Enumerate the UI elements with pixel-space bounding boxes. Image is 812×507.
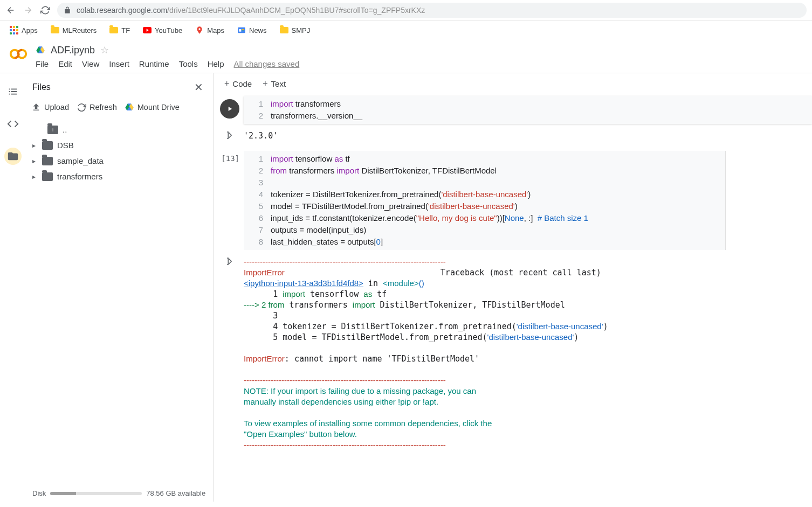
folder-icon	[280, 27, 288, 33]
files-title: Files	[32, 82, 51, 92]
left-rail	[0, 73, 26, 502]
add-code-button[interactable]: +Code	[224, 79, 252, 88]
menu-view[interactable]: View	[82, 59, 99, 68]
execution-count: [13]	[214, 151, 244, 250]
url-host: colab.research.google.com	[77, 6, 167, 15]
menu-bar: File Edit View Insert Runtime Tools Help…	[36, 59, 299, 68]
files-button[interactable]	[4, 148, 22, 165]
code-snippets-button[interactable]	[4, 115, 22, 133]
chevron-right-icon: ▸	[32, 173, 38, 180]
bookmark-tf[interactable]: TF	[105, 24, 134, 37]
browser-nav-bar: colab.research.google.com/drive/1Bct9leu…	[0, 0, 812, 20]
forward-button[interactable]	[23, 5, 33, 15]
news-icon	[237, 26, 246, 34]
address-bar[interactable]: colab.research.google.com/drive/1Bct9leu…	[57, 3, 807, 18]
close-panel-button[interactable]: ✕	[194, 81, 203, 94]
notebook-name[interactable]: ADF.ipynb	[51, 45, 95, 56]
chevron-right-icon: ▸	[32, 157, 38, 165]
toc-button[interactable]	[4, 83, 22, 100]
cell-2-output: ----------------------------------------…	[214, 252, 812, 450]
url-path: /drive/1Bct9leuFKJLDQaAnhDCM_EpOQN5h1BU7…	[167, 6, 425, 15]
disk-progress	[50, 492, 142, 495]
folder-icon	[42, 172, 53, 181]
file-tree: ↑.. ▸DSB ▸sample_data ▸transformers	[26, 120, 213, 184]
add-text-button[interactable]: +Text	[263, 79, 286, 88]
run-button[interactable]	[220, 99, 239, 119]
apps-icon	[10, 26, 18, 34]
chevron-right-icon: ▸	[32, 142, 38, 149]
tree-up[interactable]: ↑..	[30, 122, 209, 137]
bookmark-smpj[interactable]: SMPJ	[276, 24, 315, 37]
svg-rect-5	[242, 31, 244, 31]
disk-usage: Disk 78.56 GB available	[32, 489, 207, 497]
main-area: Files ✕ Upload Refresh Mount Drive ↑.. ▸…	[0, 73, 812, 502]
menu-help[interactable]: Help	[208, 59, 224, 68]
upload-button[interactable]: Upload	[31, 102, 69, 112]
notebook-area: +Code +Text 1import transformers2transfo…	[214, 73, 812, 502]
youtube-icon	[143, 26, 152, 34]
code-editor[interactable]: 1import transformers2transformers.__vers…	[244, 96, 812, 124]
tree-folder-sampledata[interactable]: ▸sample_data	[30, 153, 209, 169]
menu-edit[interactable]: Edit	[58, 59, 72, 68]
code-cell-1[interactable]: 1import transformers2transformers.__vers…	[214, 96, 812, 124]
code-editor[interactable]: 1import tensorflow as tf2from transforme…	[244, 151, 726, 250]
lock-icon	[64, 6, 71, 14]
mount-drive-button[interactable]: Mount Drive	[125, 102, 180, 112]
bookmark-mlreuters[interactable]: MLReuters	[46, 24, 101, 37]
folder-up-icon: ↑	[47, 126, 58, 134]
output-icon[interactable]	[225, 256, 235, 266]
output-icon[interactable]	[225, 130, 235, 140]
folder-icon	[42, 141, 53, 150]
bookmark-news[interactable]: News	[233, 24, 271, 37]
refresh-button[interactable]: Refresh	[77, 102, 117, 112]
files-panel: Files ✕ Upload Refresh Mount Drive ↑.. ▸…	[26, 73, 214, 502]
maps-icon	[195, 26, 204, 34]
folder-icon	[109, 27, 118, 33]
folder-icon	[42, 157, 53, 165]
svg-rect-4	[242, 29, 244, 30]
cell-toolbar: +Code +Text	[214, 73, 812, 94]
save-status: All changes saved	[234, 59, 300, 68]
bookmark-maps[interactable]: Maps	[191, 24, 229, 37]
back-button[interactable]	[5, 5, 16, 15]
upload-icon	[31, 102, 41, 112]
menu-file[interactable]: File	[36, 59, 49, 68]
colab-logo-icon	[9, 44, 28, 64]
reload-button[interactable]	[40, 5, 51, 15]
code-cell-2[interactable]: [13] 1import tensorflow as tf2from trans…	[214, 151, 812, 250]
refresh-icon	[77, 102, 86, 112]
star-icon[interactable]: ☆	[100, 44, 109, 56]
folder-icon	[51, 27, 59, 33]
colab-header: ADF.ipynb ☆ File Edit View Insert Runtim…	[0, 40, 812, 68]
menu-insert[interactable]: Insert	[109, 59, 129, 68]
svg-point-1	[199, 28, 201, 30]
svg-rect-3	[239, 29, 241, 32]
tree-folder-transformers[interactable]: ▸transformers	[30, 169, 209, 184]
bookmark-apps[interactable]: Apps	[5, 24, 42, 37]
drive-icon	[36, 45, 45, 55]
bookmark-youtube[interactable]: YouTube	[139, 24, 187, 37]
bookmarks-bar: Apps MLReuters TF YouTube Maps News SMPJ	[0, 20, 812, 40]
menu-runtime[interactable]: Runtime	[139, 59, 169, 68]
cell-1-output: '2.3.0'	[214, 126, 812, 141]
menu-tools[interactable]: Tools	[179, 59, 198, 68]
drive-icon	[125, 102, 134, 112]
tree-folder-dsb[interactable]: ▸DSB	[30, 137, 209, 153]
